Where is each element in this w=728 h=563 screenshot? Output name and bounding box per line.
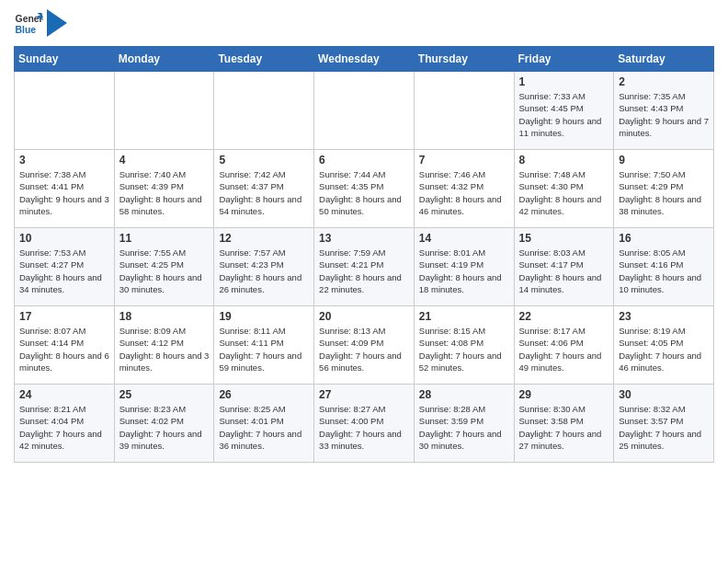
- logo: General Blue: [14, 9, 67, 39]
- calendar-week-row: 10Sunrise: 7:53 AMSunset: 4:27 PMDayligh…: [15, 228, 714, 306]
- calendar-cell: 18Sunrise: 8:09 AMSunset: 4:12 PMDayligh…: [114, 306, 214, 385]
- calendar-cell: 21Sunrise: 8:15 AMSunset: 4:08 PMDayligh…: [414, 306, 514, 385]
- calendar-cell: 17Sunrise: 8:07 AMSunset: 4:14 PMDayligh…: [15, 306, 115, 385]
- calendar-header-thursday: Thursday: [414, 47, 514, 72]
- calendar-cell: 5Sunrise: 7:42 AMSunset: 4:37 PMDaylight…: [214, 150, 314, 228]
- calendar-header-wednesday: Wednesday: [314, 47, 415, 72]
- day-number: 8: [519, 154, 609, 167]
- day-number: 11: [119, 232, 210, 245]
- calendar-header-row: SundayMondayTuesdayWednesdayThursdayFrid…: [15, 47, 714, 72]
- day-info: Sunrise: 7:46 AMSunset: 4:32 PMDaylight:…: [419, 168, 509, 217]
- calendar-cell: 23Sunrise: 8:19 AMSunset: 4:05 PMDayligh…: [614, 306, 714, 385]
- day-info: Sunrise: 8:19 AMSunset: 4:05 PMDaylight:…: [619, 325, 709, 373]
- calendar-cell: 11Sunrise: 7:55 AMSunset: 4:25 PMDayligh…: [114, 228, 214, 306]
- calendar-header-saturday: Saturday: [614, 47, 714, 72]
- day-number: 16: [619, 232, 709, 245]
- calendar-cell: [15, 72, 115, 150]
- day-info: Sunrise: 8:09 AMSunset: 4:12 PMDaylight:…: [119, 325, 210, 373]
- calendar-cell: 12Sunrise: 7:57 AMSunset: 4:23 PMDayligh…: [214, 228, 314, 306]
- calendar-cell: 9Sunrise: 7:50 AMSunset: 4:29 PMDaylight…: [614, 150, 714, 228]
- calendar-cell: 7Sunrise: 7:46 AMSunset: 4:32 PMDaylight…: [414, 150, 514, 228]
- day-number: 29: [519, 388, 609, 401]
- day-info: Sunrise: 7:55 AMSunset: 4:25 PMDaylight:…: [119, 247, 210, 295]
- day-info: Sunrise: 7:44 AMSunset: 4:35 PMDaylight:…: [319, 168, 409, 217]
- day-info: Sunrise: 8:30 AMSunset: 3:58 PMDaylight:…: [519, 403, 609, 452]
- day-info: Sunrise: 7:53 AMSunset: 4:27 PMDaylight:…: [19, 247, 109, 295]
- day-info: Sunrise: 8:13 AMSunset: 4:09 PMDaylight:…: [319, 325, 409, 373]
- calendar-cell: 24Sunrise: 8:21 AMSunset: 4:04 PMDayligh…: [15, 385, 115, 463]
- calendar-cell: 29Sunrise: 8:30 AMSunset: 3:58 PMDayligh…: [514, 385, 614, 463]
- day-number: 10: [19, 232, 109, 245]
- calendar-cell: 30Sunrise: 8:32 AMSunset: 3:57 PMDayligh…: [614, 385, 714, 463]
- day-number: 5: [219, 154, 309, 167]
- calendar-week-row: 17Sunrise: 8:07 AMSunset: 4:14 PMDayligh…: [15, 306, 714, 385]
- day-info: Sunrise: 8:27 AMSunset: 4:00 PMDaylight:…: [319, 403, 409, 452]
- calendar-cell: [314, 72, 415, 150]
- svg-marker-4: [47, 9, 67, 37]
- calendar-cell: 22Sunrise: 8:17 AMSunset: 4:06 PMDayligh…: [514, 306, 614, 385]
- day-info: Sunrise: 8:17 AMSunset: 4:06 PMDaylight:…: [519, 325, 609, 373]
- day-number: 18: [119, 310, 210, 323]
- day-info: Sunrise: 7:38 AMSunset: 4:41 PMDaylight:…: [19, 168, 109, 217]
- calendar-cell: 26Sunrise: 8:25 AMSunset: 4:01 PMDayligh…: [214, 385, 314, 463]
- calendar-cell: 3Sunrise: 7:38 AMSunset: 4:41 PMDaylight…: [15, 150, 115, 228]
- day-number: 21: [419, 310, 509, 323]
- calendar-week-row: 1Sunrise: 7:33 AMSunset: 4:45 PMDaylight…: [15, 72, 714, 150]
- day-info: Sunrise: 8:07 AMSunset: 4:14 PMDaylight:…: [19, 325, 109, 373]
- day-info: Sunrise: 8:28 AMSunset: 3:59 PMDaylight:…: [419, 403, 509, 452]
- day-info: Sunrise: 7:57 AMSunset: 4:23 PMDaylight:…: [219, 247, 309, 295]
- day-number: 30: [619, 388, 709, 401]
- day-number: 17: [19, 310, 109, 323]
- day-number: 28: [419, 388, 509, 401]
- day-number: 9: [619, 154, 709, 167]
- calendar-header-friday: Friday: [514, 47, 614, 72]
- calendar-cell: 27Sunrise: 8:27 AMSunset: 4:00 PMDayligh…: [314, 385, 415, 463]
- calendar-week-row: 24Sunrise: 8:21 AMSunset: 4:04 PMDayligh…: [15, 385, 714, 463]
- day-number: 27: [319, 388, 409, 401]
- calendar-cell: 14Sunrise: 8:01 AMSunset: 4:19 PMDayligh…: [414, 228, 514, 306]
- calendar-cell: 2Sunrise: 7:35 AMSunset: 4:43 PMDaylight…: [614, 72, 714, 150]
- day-number: 19: [219, 310, 309, 323]
- day-number: 3: [19, 154, 109, 167]
- day-info: Sunrise: 8:25 AMSunset: 4:01 PMDaylight:…: [219, 403, 309, 452]
- calendar-header-sunday: Sunday: [15, 47, 115, 72]
- day-info: Sunrise: 8:03 AMSunset: 4:17 PMDaylight:…: [519, 247, 609, 295]
- day-number: 15: [519, 232, 609, 245]
- day-info: Sunrise: 8:11 AMSunset: 4:11 PMDaylight:…: [219, 325, 309, 373]
- logo-arrow-icon: [47, 9, 67, 37]
- calendar-cell: 25Sunrise: 8:23 AMSunset: 4:02 PMDayligh…: [114, 385, 214, 463]
- calendar-cell: 10Sunrise: 7:53 AMSunset: 4:27 PMDayligh…: [15, 228, 115, 306]
- day-number: 2: [619, 75, 709, 88]
- calendar-cell: 28Sunrise: 8:28 AMSunset: 3:59 PMDayligh…: [414, 385, 514, 463]
- calendar-cell: 13Sunrise: 7:59 AMSunset: 4:21 PMDayligh…: [314, 228, 415, 306]
- calendar-cell: 4Sunrise: 7:40 AMSunset: 4:39 PMDaylight…: [114, 150, 214, 228]
- logo-icon: General Blue: [14, 9, 43, 39]
- day-info: Sunrise: 7:35 AMSunset: 4:43 PMDaylight:…: [619, 90, 709, 139]
- day-number: 22: [519, 310, 609, 323]
- svg-text:Blue: Blue: [16, 25, 37, 35]
- day-info: Sunrise: 8:32 AMSunset: 3:57 PMDaylight:…: [619, 403, 709, 452]
- calendar-header-monday: Monday: [114, 47, 214, 72]
- calendar-cell: 20Sunrise: 8:13 AMSunset: 4:09 PMDayligh…: [314, 306, 415, 385]
- day-number: 14: [419, 232, 509, 245]
- day-info: Sunrise: 8:01 AMSunset: 4:19 PMDaylight:…: [419, 247, 509, 295]
- calendar-cell: [414, 72, 514, 150]
- day-info: Sunrise: 7:42 AMSunset: 4:37 PMDaylight:…: [219, 168, 309, 217]
- page-header: General Blue: [14, 9, 714, 39]
- calendar-cell: 19Sunrise: 8:11 AMSunset: 4:11 PMDayligh…: [214, 306, 314, 385]
- day-number: 26: [219, 388, 309, 401]
- day-number: 13: [319, 232, 409, 245]
- day-info: Sunrise: 8:23 AMSunset: 4:02 PMDaylight:…: [119, 403, 210, 452]
- day-info: Sunrise: 7:50 AMSunset: 4:29 PMDaylight:…: [619, 168, 709, 217]
- day-number: 20: [319, 310, 409, 323]
- day-number: 23: [619, 310, 709, 323]
- day-info: Sunrise: 7:59 AMSunset: 4:21 PMDaylight:…: [319, 247, 409, 295]
- calendar-cell: 1Sunrise: 7:33 AMSunset: 4:45 PMDaylight…: [514, 72, 614, 150]
- day-info: Sunrise: 7:40 AMSunset: 4:39 PMDaylight:…: [119, 168, 210, 217]
- calendar-cell: [214, 72, 314, 150]
- day-number: 12: [219, 232, 309, 245]
- calendar-cell: 8Sunrise: 7:48 AMSunset: 4:30 PMDaylight…: [514, 150, 614, 228]
- day-number: 4: [119, 154, 210, 167]
- day-number: 6: [319, 154, 409, 167]
- calendar-cell: 15Sunrise: 8:03 AMSunset: 4:17 PMDayligh…: [514, 228, 614, 306]
